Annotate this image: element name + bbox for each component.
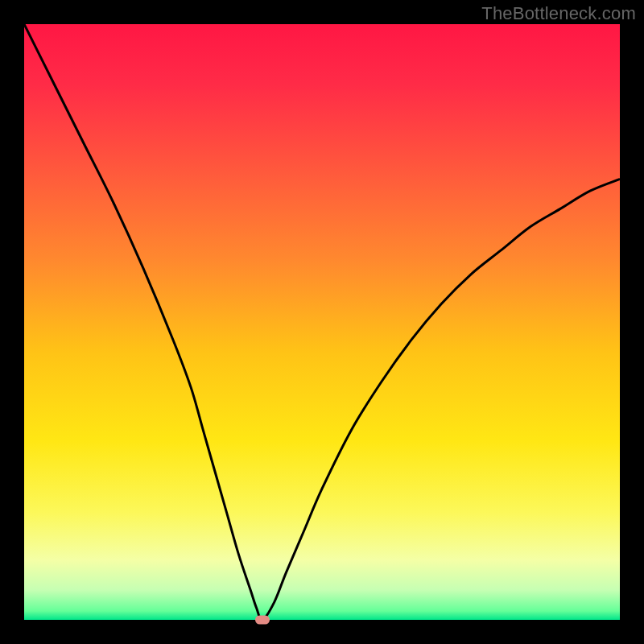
optimum-marker	[255, 616, 270, 625]
curve-layer	[24, 24, 620, 620]
plot-area	[24, 24, 620, 620]
bottleneck-curve	[24, 24, 620, 620]
chart-frame: TheBottleneck.com	[0, 0, 644, 644]
watermark-text: TheBottleneck.com	[481, 3, 636, 24]
